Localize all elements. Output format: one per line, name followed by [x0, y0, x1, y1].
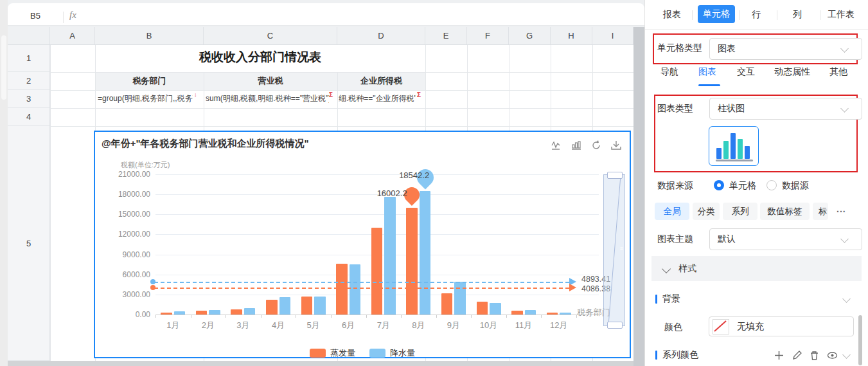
column-header-G[interactable]: G [509, 27, 551, 44]
divider [739, 10, 740, 20]
header-cell-business-tax[interactable]: 营业税 [204, 72, 337, 90]
styletab-global[interactable]: 全局 [655, 203, 689, 220]
column-header-F[interactable]: F [467, 27, 509, 44]
column-header-I[interactable]: I [592, 27, 633, 44]
chart-type-dropdown[interactable]: 柱状图 [709, 98, 862, 120]
eye-icon[interactable] [827, 350, 838, 361]
subtab-other[interactable]: 其他 [829, 66, 847, 78]
column-chart-thumbnail[interactable] [709, 126, 759, 166]
x-tick-label: 5月 [296, 320, 331, 331]
slider-handle-top[interactable] [607, 172, 623, 179]
chart-cell-b5[interactable]: @年份+"年各税务部门营业税和企业所得税情况" 税额(单位:万元) 21000.… [94, 131, 631, 358]
chart-type-label: 图表类型 [657, 103, 693, 114]
column-header-D[interactable]: D [337, 27, 425, 44]
slider-handle-bottom[interactable] [607, 322, 623, 329]
plus-icon[interactable] [774, 350, 784, 361]
row-header-5[interactable]: 5 [8, 126, 49, 361]
header-cell-corporate-tax[interactable]: 企业所得税 [337, 72, 425, 90]
cell-reference[interactable]: B5 [17, 11, 54, 21]
left-panel-handle[interactable] [1, 35, 6, 100]
corner-cell[interactable] [8, 27, 50, 44]
bar-蒸发量-5月 [301, 297, 313, 315]
row-header-3[interactable]: 3 [8, 90, 49, 108]
average-line-arrow [569, 284, 576, 291]
radio-datasource[interactable] [766, 180, 777, 190]
subtab-interaction[interactable]: 交互 [737, 66, 755, 78]
formula-cell-b3[interactable]: =group(明细,税务部门,,税务部 [98, 93, 193, 104]
x-tick-label: 9月 [436, 320, 472, 331]
divider [645, 29, 868, 30]
bar-降水量-10月 [490, 303, 501, 315]
bar-降水量-5月 [314, 297, 326, 315]
legend-item[interactable]: 降水量 [369, 347, 415, 359]
legend-item[interactable]: 蒸发量 [310, 347, 355, 359]
column-header-H[interactable]: H [551, 27, 592, 44]
row-headers: 12345 [8, 45, 50, 361]
bar-降水量-6月 [350, 264, 361, 315]
max-value-label: 16002.2 [373, 188, 411, 198]
background-color-picker[interactable]: 无填充 [709, 316, 854, 336]
sum-marker-icon: Σ [417, 91, 421, 98]
section-accent-bar [655, 295, 657, 304]
subtab-dynamic-attrs[interactable]: 动态属性 [774, 66, 810, 78]
edit-icon[interactable] [792, 350, 802, 361]
sum-marker-icon: Σ [329, 91, 333, 98]
x-tick-label: 1月 [155, 320, 191, 331]
radio-cell-selected[interactable] [714, 180, 724, 190]
cell-type-dropdown[interactable]: 图表 [709, 38, 862, 60]
legend-swatch [310, 349, 326, 358]
horizontal-scrollbar[interactable] [8, 361, 633, 366]
formula-cell-c3[interactable]: sum(明细,税额,明细.税种=="营业税") [206, 93, 329, 104]
row-header-2[interactable]: 2 [8, 72, 49, 90]
row-header-4[interactable]: 4 [8, 108, 49, 126]
styletab-value-labels[interactable]: 数值标签 [760, 203, 810, 220]
delete-icon[interactable] [809, 350, 820, 361]
gridline [50, 108, 633, 109]
tab-cell[interactable]: 单元格 [698, 5, 735, 23]
x-tick-label: 4月 [261, 320, 296, 331]
column-header-B[interactable]: B [95, 27, 204, 44]
slider-grip[interactable]: ≡ [620, 247, 623, 250]
x-tick-label: 6月 [331, 320, 366, 331]
tab-worksheet[interactable]: 工作表 [828, 9, 855, 21]
more-tabs-button[interactable]: ... [837, 204, 846, 214]
styletab-title-clipped[interactable]: 标 [813, 203, 828, 220]
column-header-E[interactable]: E [425, 27, 467, 44]
cell-type-value: 图表 [718, 43, 736, 55]
style-section-header[interactable]: 样式 [651, 256, 862, 281]
fx-icon[interactable]: fx [69, 10, 76, 21]
row-header-1[interactable]: 1 [8, 45, 49, 72]
radio-datasource-label[interactable]: 数据源 [782, 180, 809, 192]
report-title-cell[interactable]: 税收收入分部门情况表 [95, 49, 425, 66]
tab-report[interactable]: 报表 [663, 9, 681, 21]
x-axis-tick [436, 315, 437, 318]
bar-降水量-11月 [525, 310, 536, 315]
gridline [50, 126, 633, 127]
formula-cell-d3[interactable]: 细.税种=="企业所得税") [339, 93, 416, 104]
data-zoom-slider[interactable]: ≡ [603, 174, 625, 326]
y-tick-label: 0.00 [100, 310, 150, 319]
subtab-chart[interactable]: 图表 [698, 66, 716, 78]
column-header-A[interactable]: A [50, 27, 95, 44]
vertical-scrollbar[interactable] [633, 27, 644, 366]
x-axis-tick [191, 315, 191, 318]
column-header-C[interactable]: C [204, 27, 337, 44]
panel-scrollbar[interactable] [858, 315, 862, 365]
thumb-bar [745, 146, 750, 159]
chevron-down-icon[interactable] [842, 351, 851, 359]
styletab-category[interactable]: 分类 [693, 203, 720, 220]
header-cell-dept[interactable]: 税务部门 [95, 72, 204, 90]
gridline [50, 45, 51, 361]
tab-row[interactable]: 行 [752, 9, 761, 21]
left-collapsed-panel [0, 0, 8, 366]
subtab-navigation[interactable]: 导航 [660, 66, 678, 78]
bar-降水量-3月 [244, 308, 256, 315]
styletab-series[interactable]: 系列 [723, 203, 757, 220]
bar-蒸发量-8月 [406, 208, 418, 315]
chart-theme-dropdown[interactable]: 默认 [709, 228, 862, 250]
bar-降水量-8月 [420, 191, 431, 315]
radio-cell-label[interactable]: 单元格 [729, 180, 756, 192]
formula-bar: B5 fx [8, 3, 644, 26]
tab-column[interactable]: 列 [793, 9, 802, 21]
chevron-down-icon[interactable] [842, 295, 851, 303]
